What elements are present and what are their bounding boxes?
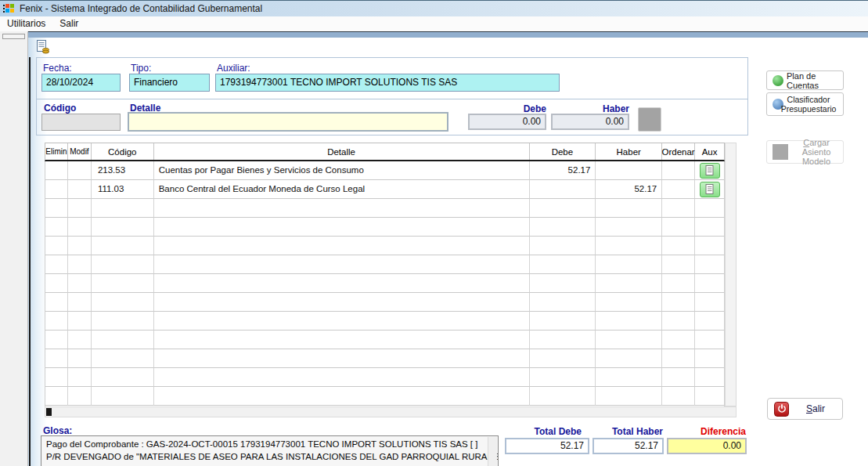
document-icon [705,184,714,194]
new-voucher-toolbar-button[interactable] [36,39,50,54]
panel-grip[interactable] [2,34,25,39]
clasificador-presupuestario-button[interactable]: Clasificador Presupuestario [766,92,844,116]
row-codigo: 213.53 [92,161,154,180]
window-title: Fenix - Sistema Integrado de Contabilida… [20,3,262,14]
table-row-empty [45,199,724,218]
menu-salir[interactable]: Salir [52,16,85,31]
column-header-debe: Debe [530,143,596,160]
document-icon [705,165,714,175]
row-debe [530,180,596,199]
mdi-top-band [28,31,868,38]
child-window-border [29,57,31,466]
title-bar: Fenix - Sistema Integrado de Contabilida… [0,0,868,16]
debe-input: 0.00 [468,114,546,130]
aux-button[interactable] [700,163,720,179]
power-icon [774,402,789,417]
cargar-asiento-label: Cargar Asiento Modelo [790,138,843,166]
codigo-label: Código [44,103,76,114]
ledger-icon [36,39,50,54]
auxiliar-input[interactable]: 1793194773001 TECNO IMPORT SOLUTIONS TIS… [215,74,560,92]
column-header-ordenar: Ordenar [662,143,695,160]
gray-square-icon [773,144,788,160]
tipo-input[interactable]: Financiero [129,74,210,92]
table-row-empty [45,255,724,274]
entry-grid-header: Elimin Modif Código Detalle Debe Haber O… [45,143,725,161]
total-debe-value: 52.17 [505,438,589,454]
table-row-empty [45,293,724,312]
glosa-line1: Pago del Comprobante : GAS-2024-OCT-0001… [46,438,493,450]
table-row-empty [45,274,724,293]
salir-button-label: Salir [789,403,842,414]
glosa-line2: P/R DEVENGADO de "MATERIALES DE ASEO PAR… [46,450,493,463]
plan-de-cuentas-button[interactable]: Plan de Cuentas [766,70,844,90]
fecha-label: Fecha: [43,63,72,74]
table-row-empty [45,312,724,331]
total-haber-value: 52.17 [592,438,664,454]
table-row-empty [45,387,724,406]
table-row[interactable]: 111.03 Banco Central del Ecuador Moneda … [45,180,724,199]
fecha-input[interactable]: 28/10/2024 [41,74,121,92]
row-haber: 52.17 [596,180,662,199]
menu-utilitarios[interactable]: Utilitarios [0,16,52,31]
cargar-asiento-modelo-button: Cargar Asiento Modelo [766,140,844,164]
plan-de-cuentas-label: Plan de Cuentas [787,71,843,90]
glosa-textbox[interactable]: Pago del Comprobante : GAS-2024-OCT-0001… [41,435,499,466]
glosa-label: Glosa: [43,425,72,436]
row-codigo: 111.03 [92,180,154,199]
table-row-empty [45,349,724,368]
left-docked-panel [0,31,28,466]
haber-label: Haber [551,103,629,114]
total-debe-label: Total Debe [503,426,582,437]
row-debe: 52.17 [530,161,596,180]
haber-input: 0.00 [551,114,629,130]
menu-bar: Utilitarios Salir [0,16,868,31]
column-header-elimin: Elimin [45,143,68,160]
auxiliar-detail-button [638,107,661,132]
column-header-haber: Haber [596,143,662,160]
scrollbar-thumb[interactable] [46,408,52,416]
windows-logo-icon [2,2,15,15]
column-header-aux: Aux [695,143,724,160]
table-row-empty [45,218,724,237]
total-haber-label: Total Haber [585,426,663,437]
table-row[interactable]: 213.53 Cuentas por Pagar Bienes y Servic… [45,161,724,180]
table-row-empty [45,331,724,349]
codigo-input [41,114,121,131]
green-sphere-icon [773,75,783,86]
diferencia-label: Diferencia [661,426,746,437]
table-row-empty [45,368,724,387]
diferencia-value: 0.00 [667,438,747,454]
row-detalle: Cuentas por Pagar Bienes y Servicios de … [154,161,530,180]
column-header-modif: Modif [68,143,92,160]
grid-vertical-scrollbar[interactable] [725,143,737,406]
detalle-input[interactable] [128,112,448,132]
debe-label: Debe [468,103,546,114]
table-row-empty [45,237,724,255]
column-header-detalle: Detalle [154,143,530,160]
aux-button[interactable] [700,182,720,197]
row-haber [596,161,662,180]
row-detalle: Banco Central del Ecuador Moneda de Curs… [154,180,530,199]
clasificador-label: Clasificador Presupuestario [774,95,843,114]
grid-horizontal-scrollbar[interactable] [45,406,737,417]
glosa-scrollbar[interactable] [488,437,497,466]
column-header-codigo: Código [92,143,154,160]
salir-button[interactable]: Salir [767,398,843,420]
entry-grid-body: 213.53 Cuentas por Pagar Bienes y Servic… [45,161,725,406]
auxiliar-label: Auxiliar: [217,63,250,74]
tipo-label: Tipo: [131,63,151,74]
